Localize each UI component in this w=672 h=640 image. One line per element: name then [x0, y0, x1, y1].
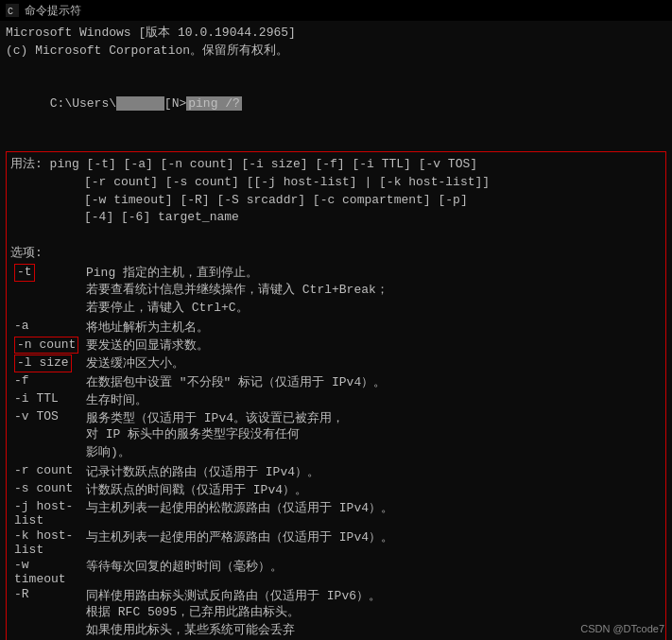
opt-R-desc3-row: 如果使用此标头，某些系统可能会丢弃 [10, 622, 662, 640]
cmd-window: C 命令提示符 Microsoft Windows [版本 10.0.19044… [0, 0, 672, 640]
opt-l-label: -l size [14, 355, 72, 372]
opt-v-desc3-row: 影响)。 [10, 444, 662, 462]
opt-n-label: -n count [14, 337, 78, 355]
opt-n-row: -n count 要发送的回显请求数。 [10, 337, 662, 355]
watermark-container: CSDN @DTcode7 [580, 622, 664, 636]
opt-r-row: -r count 记录计数跃点的路由（仅适用于 IPv4）。 [10, 463, 662, 480]
prompt1-user [116, 96, 164, 111]
opt-s-count-row: -s count 计数跃点的时间戳（仅适用于 IPv4）。 [10, 481, 662, 498]
opt-t-row: -t Ping 指定的主机，直到停止。 [10, 264, 662, 282]
blank1 [6, 61, 666, 78]
opt-w-desc: 等待每次回复的超时时间（毫秒）。 [86, 558, 283, 586]
svg-text:C: C [8, 7, 13, 17]
opt-R-label: -R [14, 587, 29, 601]
usage-line4: [-4] [-6] target_name [10, 209, 662, 227]
help-box: 用法: ping [-t] [-a] [-n count] [-i size] … [6, 151, 666, 640]
opt-w-row: -w timeout 等待每次回复的超时时间（毫秒）。 [10, 558, 662, 586]
opt-s-label: -s count [14, 481, 73, 495]
opt-t-desc2-row: 若要查看统计信息并继续操作，请键入 Ctrl+Break； [10, 282, 662, 300]
opt-k-row: -k host-list 与主机列表一起使用的严格源路由（仅适用于 IPv4）。 [10, 528, 662, 557]
opt-j-label: -j host-list [14, 499, 73, 528]
opt-f-row: -f 在数据包中设置 "不分段" 标记（仅适用于 IPv4）。 [10, 373, 662, 390]
opt-v-desc2-row: 对 IP 标头中的服务类型字段没有任何 [10, 426, 662, 444]
opt-l-desc: 发送缓冲区大小。 [86, 355, 184, 372]
opt-i-row: -i TTL 生存时间。 [10, 391, 662, 408]
usage-line2: [-r count] [-s count] [[-j host-list] | … [10, 174, 662, 192]
opt-v-label: -v TOS [14, 409, 59, 424]
watermark: CSDN @DTcode7 [580, 623, 664, 634]
opt-f-label: -f [14, 373, 29, 388]
opt-v-row: -v TOS 服务类型（仅适用于 IPv4。该设置已被弃用， [10, 409, 662, 426]
prompt1-bracket: [N> [164, 96, 186, 111]
opt-k-label: -k host-list [14, 528, 73, 557]
opt-j-row: -j host-list 与主机列表一起使用的松散源路由（仅适用于 IPv4）。 [10, 499, 662, 528]
opt-k-desc: 与主机列表一起使用的严格源路由（仅适用于 IPv4）。 [86, 528, 393, 557]
opt-a-desc: 将地址解析为主机名。 [86, 319, 209, 336]
opt-i-label: -i TTL [14, 391, 59, 406]
terminal-body[interactable]: Microsoft Windows [版本 10.0.19044.2965] (… [0, 21, 672, 640]
opt-j-desc: 与主机列表一起使用的松散源路由（仅适用于 IPv4）。 [86, 499, 393, 528]
opt-s-desc: 计数跃点的时间戳（仅适用于 IPv4）。 [86, 481, 307, 498]
opt-t-desc3-row: 若要停止，请键入 Ctrl+C。 [10, 300, 662, 318]
opt-R-row: -R 同样使用路由标头测试反向路由（仅适用于 IPv6）。 [10, 587, 662, 604]
opt-R-desc1: 同样使用路由标头测试反向路由（仅适用于 IPv6）。 [86, 587, 381, 604]
opt-n-desc: 要发送的回显请求数。 [86, 337, 209, 355]
blank2 [6, 131, 666, 149]
window-icon: C [6, 4, 19, 17]
opt-w-label: -w timeout [14, 558, 66, 586]
prompt1-cmd: ping /? [186, 96, 242, 111]
opt-a-row: -a 将地址解析为主机名。 [10, 319, 662, 336]
header-line2: (c) Microsoft Corporation。保留所有权利。 [6, 43, 666, 61]
usage-line3: [-w timeout] [-R] [-S srcaddr] [-c compa… [10, 192, 662, 210]
opt-v-desc1: 服务类型（仅适用于 IPv4。该设置已被弃用， [86, 409, 344, 426]
opt-f-desc: 在数据包中设置 "不分段" 标记（仅适用于 IPv4）。 [86, 373, 386, 390]
opt-i-desc: 生存时间。 [86, 391, 147, 408]
opt-l-row: -l size 发送缓冲区大小。 [10, 355, 662, 372]
window-title: 命令提示符 [25, 3, 81, 19]
opt-t-label: -t [14, 264, 35, 282]
opt-r-label: -r count [14, 463, 73, 477]
blank3 [10, 227, 662, 245]
opt-r-desc: 记录计数跃点的路由（仅适用于 IPv4）。 [86, 463, 319, 480]
prompt1: C:\Users\ [N>ping /? [6, 78, 666, 132]
opt-a-label: -a [14, 319, 29, 333]
options-label: 选项: [10, 245, 662, 263]
prompt1-path: C:\Users\ [50, 96, 116, 111]
usage-line1: 用法: ping [-t] [-a] [-n count] [-i size] … [10, 156, 662, 174]
header-line1: Microsoft Windows [版本 10.0.19044.2965] [6, 25, 666, 43]
opt-R-desc2-row: 根据 RFC 5095，已弃用此路由标头。 [10, 604, 662, 622]
title-bar: C 命令提示符 [0, 0, 672, 21]
opt-t-desc1: Ping 指定的主机，直到停止。 [86, 264, 258, 282]
